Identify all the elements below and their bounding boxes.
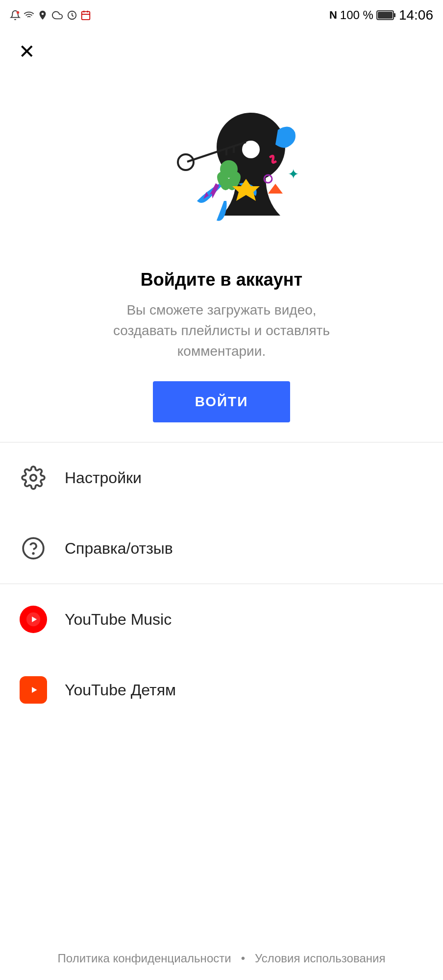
- status-right: N 100 % 14:06: [329, 7, 433, 23]
- location-icon: [37, 10, 48, 21]
- youtube-music-label: YouTube Music: [65, 611, 172, 629]
- youtube-kids-item[interactable]: YouTube Детям: [10, 655, 433, 725]
- svg-rect-10: [378, 12, 393, 19]
- terms-link[interactable]: Условия использования: [255, 952, 385, 965]
- status-bar: N 100 % 14:06: [0, 0, 443, 29]
- help-label: Справка/отзыв: [65, 539, 173, 558]
- privacy-link[interactable]: Политика конфиденциальности: [58, 952, 231, 965]
- settings-label: Настройки: [65, 469, 142, 487]
- battery-icon: [376, 10, 396, 21]
- nfc-indicator: N: [329, 9, 337, 22]
- help-menu-item[interactable]: Справка/отзыв: [10, 513, 433, 584]
- illustration-container: ✦: [0, 74, 443, 260]
- svg-point-22: [30, 475, 37, 481]
- notification-icon: [10, 10, 21, 21]
- svg-point-1: [17, 11, 20, 14]
- youtube-music-item[interactable]: YouTube Music: [10, 584, 433, 655]
- apps-section: YouTube Music YouTube Детям: [0, 584, 443, 725]
- signin-button[interactable]: ВОЙТИ: [153, 381, 290, 422]
- cloud-icon: [51, 10, 64, 21]
- signin-title: Войдите в аккаунт: [141, 270, 302, 290]
- footer: Политика конфиденциальности • Условия ис…: [0, 952, 443, 965]
- wifi-icon: [24, 10, 34, 21]
- close-button[interactable]: ✕: [15, 39, 39, 64]
- svg-marker-27: [32, 687, 37, 693]
- youtube-kids-label: YouTube Детям: [65, 681, 176, 699]
- svg-point-14: [178, 154, 194, 170]
- help-icon: [20, 535, 47, 562]
- gear-icon: [20, 464, 47, 491]
- close-icon: ✕: [19, 42, 35, 61]
- svg-rect-9: [394, 13, 395, 17]
- calendar-icon: [80, 10, 91, 21]
- alarm-icon: [67, 10, 77, 21]
- battery-percent: 100 %: [340, 8, 373, 22]
- status-left: [10, 10, 91, 21]
- signin-illustration: ✦: [138, 98, 305, 245]
- menu-section: Настройки Справка/отзыв: [0, 442, 443, 584]
- footer-separator: •: [241, 952, 245, 965]
- svg-marker-20: [268, 184, 283, 194]
- time-display: 14:06: [399, 7, 433, 23]
- svg-rect-4: [82, 12, 90, 20]
- youtube-music-icon: [20, 606, 47, 633]
- signin-section: Войдите в аккаунт Вы сможете загружать в…: [0, 260, 443, 442]
- svg-text:✦: ✦: [288, 167, 299, 182]
- svg-point-23: [23, 538, 44, 559]
- settings-menu-item[interactable]: Настройки: [10, 442, 433, 513]
- youtube-kids-icon: [20, 676, 47, 704]
- signin-description: Вы сможете загружать видео, создавать пл…: [99, 300, 344, 362]
